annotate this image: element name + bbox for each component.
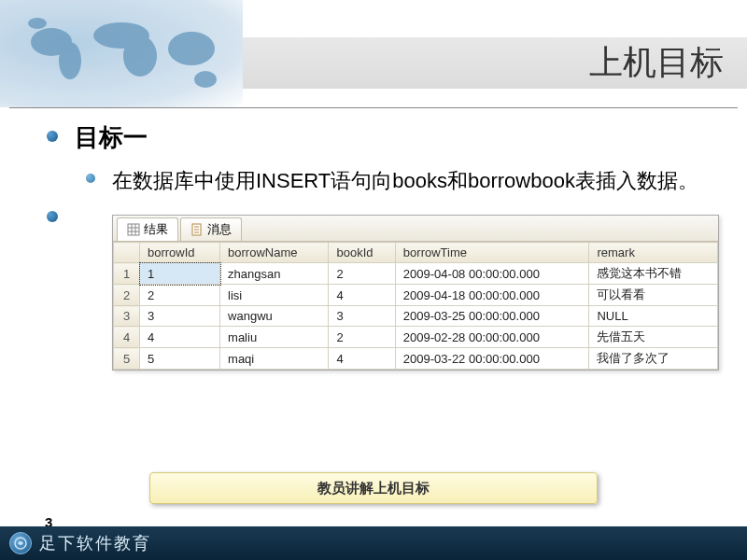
- cell-borrowTime[interactable]: 2009-04-08 00:00:00.000: [395, 263, 589, 285]
- result-tabs: 结果 消息: [113, 216, 718, 242]
- col-header[interactable]: bookId: [329, 243, 395, 263]
- cell-borrowTime[interactable]: 2009-02-28 00:00:00.000: [395, 327, 589, 348]
- col-header[interactable]: borrowId: [140, 243, 220, 263]
- table-row[interactable]: 33wangwu32009-03-25 00:00:00.000NULL: [114, 306, 718, 327]
- bullet-icon: [47, 211, 58, 222]
- bullet-icon: [47, 131, 58, 142]
- row-number: 1: [114, 263, 140, 285]
- results-panel: 结果 消息 borrowId borrowName bookId borrowT…: [112, 215, 719, 371]
- row-number: 5: [114, 348, 140, 370]
- divider: [9, 107, 738, 108]
- header-row: borrowId borrowName bookId borrowTime re…: [114, 243, 718, 263]
- grid-icon: [127, 223, 140, 236]
- cell-bookId[interactable]: 3: [329, 306, 395, 327]
- table-row[interactable]: 55maqi42009-03-22 00:00:00.000我借了多次了: [114, 348, 718, 370]
- caption-box: 教员讲解上机目标: [149, 472, 598, 504]
- cell-remark[interactable]: NULL: [589, 306, 718, 327]
- cell-bookId[interactable]: 2: [329, 327, 395, 348]
- cell-bookId[interactable]: 4: [329, 348, 395, 370]
- cell-borrowTime[interactable]: 2009-04-18 00:00:00.000: [395, 285, 589, 306]
- cell-borrowId[interactable]: 2: [140, 285, 220, 306]
- slide-title: 上机目标: [589, 40, 724, 86]
- corner-cell: [114, 243, 140, 263]
- bullet-icon: [86, 174, 95, 183]
- svg-point-5: [194, 71, 217, 88]
- caption-text: 教员讲解上机目标: [317, 480, 430, 497]
- footer-bar: 足下软件教育: [0, 526, 747, 560]
- svg-point-4: [168, 32, 215, 65]
- row-number: 2: [114, 285, 140, 306]
- row-number: 3: [114, 306, 140, 327]
- table-row[interactable]: 22lisi42009-04-18 00:00:00.000可以看看: [114, 285, 718, 306]
- cell-borrowId[interactable]: 4: [140, 327, 220, 348]
- brand-logo-icon: [9, 532, 32, 554]
- tab-label: 结果: [144, 221, 168, 238]
- col-header[interactable]: borrowName: [220, 243, 329, 263]
- svg-point-3: [123, 35, 157, 77]
- col-header[interactable]: borrowTime: [395, 243, 589, 263]
- tab-label: 消息: [207, 221, 232, 238]
- slide-title-bar: 上机目标: [243, 37, 747, 89]
- cell-remark[interactable]: 先借五天: [589, 327, 718, 348]
- cell-borrowTime[interactable]: 2009-03-25 00:00:00.000: [395, 306, 589, 327]
- cell-remark[interactable]: 可以看看: [589, 285, 718, 306]
- row-number: 4: [114, 327, 140, 348]
- cell-remark[interactable]: 我借了多次了: [589, 348, 718, 370]
- tab-messages[interactable]: 消息: [180, 217, 242, 241]
- cell-borrowName[interactable]: maliu: [220, 327, 329, 348]
- cell-borrowName[interactable]: wangwu: [220, 306, 329, 327]
- cell-bookId[interactable]: 4: [329, 285, 395, 306]
- table-row[interactable]: 11zhangsan22009-04-08 00:00:00.000感觉这本书不…: [114, 263, 718, 285]
- svg-point-6: [28, 18, 47, 29]
- results-grid[interactable]: borrowId borrowName bookId borrowTime re…: [113, 242, 718, 370]
- document-icon: [190, 223, 204, 236]
- cell-borrowName[interactable]: zhangsan: [220, 263, 329, 285]
- heading-secondary: 在数据库中使用INSERT语句向books和borrowbook表插入数据。: [112, 165, 698, 196]
- cell-borrowId[interactable]: 3: [140, 306, 220, 327]
- cell-borrowTime[interactable]: 2009-03-22 00:00:00.000: [395, 348, 589, 370]
- cell-borrowId[interactable]: 5: [140, 348, 220, 370]
- cell-borrowId[interactable]: 1: [140, 263, 220, 285]
- table-row[interactable]: 44maliu22009-02-28 00:00:00.000先借五天: [114, 327, 718, 348]
- cell-bookId[interactable]: 2: [329, 263, 395, 285]
- world-map-decoration: [0, 0, 243, 107]
- col-header[interactable]: remark: [589, 243, 718, 263]
- svg-point-1: [59, 42, 81, 79]
- cell-borrowName[interactable]: lisi: [220, 285, 329, 306]
- svg-rect-7: [128, 224, 139, 235]
- footer-brand: 足下软件教育: [39, 532, 151, 554]
- cell-remark[interactable]: 感觉这本书不错: [589, 263, 718, 285]
- heading-primary: 目标一: [75, 121, 148, 154]
- tab-results[interactable]: 结果: [117, 217, 178, 241]
- cell-borrowName[interactable]: maqi: [220, 348, 329, 370]
